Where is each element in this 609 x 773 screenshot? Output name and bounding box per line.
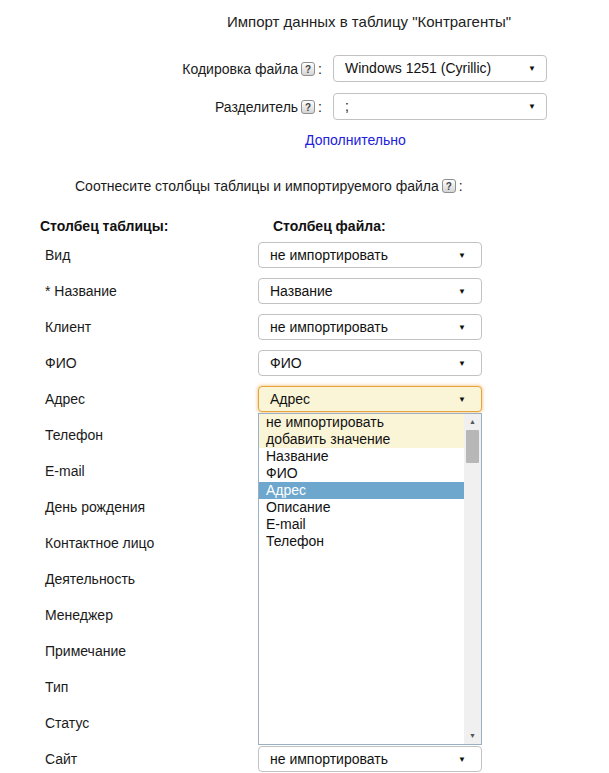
encoding-label: Кодировка файла xyxy=(182,61,298,77)
delimiter-label-row: Разделитель ? : xyxy=(215,93,322,120)
field-label: Примечание xyxy=(45,641,126,661)
field-label: Вид xyxy=(45,245,70,265)
file-column-select[interactable]: не импортировать▼ xyxy=(258,242,482,268)
dropdown-arrow-icon: ▼ xyxy=(458,756,466,764)
field-label: Статус xyxy=(45,713,89,733)
select-value: ФИО xyxy=(270,355,302,371)
dropdown-arrow-icon: ▼ xyxy=(458,396,466,404)
mapping-instruction-row: Соотнесите столбцы таблицы и импортируем… xyxy=(75,172,463,199)
select-value: не импортировать xyxy=(270,319,388,335)
dropdown-list: не импортироватьдобавить значениеНазвани… xyxy=(258,413,482,745)
file-column-select[interactable]: Название▼ xyxy=(258,278,482,304)
dropdown-arrow-icon: ▼ xyxy=(458,360,466,368)
more-options-link[interactable]: Дополнительно xyxy=(305,132,406,148)
field-label: Контактное лицо xyxy=(45,533,154,553)
scrollbar-thumb[interactable] xyxy=(466,430,479,463)
dropdown-arrow-icon: ▼ xyxy=(528,103,536,111)
page-title: Импорт данных в таблицу "Контрагенты" xyxy=(227,13,511,30)
encoding-select[interactable]: Windows 1251 (Cyrillic) ▼ xyxy=(333,55,547,82)
help-icon[interactable]: ? xyxy=(301,100,315,114)
delimiter-select[interactable]: ; ▼ xyxy=(333,93,547,120)
file-column-header: Столбец файла: xyxy=(273,218,386,234)
file-column-select[interactable]: Адрес▼ xyxy=(258,386,482,412)
dropdown-option[interactable]: Название xyxy=(259,448,464,465)
colon: : xyxy=(459,178,463,194)
help-icon[interactable]: ? xyxy=(301,62,315,76)
dropdown-option[interactable]: ФИО xyxy=(259,465,464,482)
dropdown-option[interactable]: Адрес xyxy=(259,482,464,499)
select-value: не импортировать xyxy=(270,751,388,767)
field-label: Клиент xyxy=(45,317,91,337)
dropdown-arrow-icon: ▼ xyxy=(458,252,466,260)
dropdown-option[interactable]: Описание xyxy=(259,499,464,516)
scrollbar[interactable]: ▲ ▼ xyxy=(464,414,481,744)
colon: : xyxy=(318,61,322,77)
mapping-instruction: Соотнесите столбцы таблицы и импортируем… xyxy=(75,178,439,194)
field-label: * Название xyxy=(45,281,117,301)
field-label: E-mail xyxy=(45,461,85,481)
field-label: Адрес xyxy=(45,389,85,409)
file-column-select[interactable]: не импортировать▼ xyxy=(258,314,482,340)
field-label: Сайт xyxy=(45,749,77,769)
dropdown-option[interactable]: добавить значение xyxy=(259,431,464,448)
field-label: День рождения xyxy=(45,497,145,517)
encoding-label-row: Кодировка файла ? : xyxy=(182,55,322,82)
select-value: Адрес xyxy=(270,391,310,407)
colon: : xyxy=(318,99,322,115)
delimiter-select-value: ; xyxy=(345,98,349,114)
import-dialog: Импорт данных в таблицу "Контрагенты" Ко… xyxy=(0,0,609,773)
file-column-select[interactable]: не импортировать▼ xyxy=(258,746,482,772)
table-column-header: Столбец таблицы: xyxy=(40,218,168,234)
dropdown-option[interactable]: не импортировать xyxy=(259,414,464,431)
field-label: ФИО xyxy=(45,353,77,373)
dropdown-options: не импортироватьдобавить значениеНазвани… xyxy=(259,414,464,550)
help-icon[interactable]: ? xyxy=(442,179,456,193)
select-value: Название xyxy=(270,283,333,299)
field-label: Менеджер xyxy=(45,605,113,625)
encoding-select-value: Windows 1251 (Cyrillic) xyxy=(345,60,491,76)
field-label: Телефон xyxy=(45,425,103,445)
scrollbar-up-icon[interactable]: ▲ xyxy=(464,414,481,430)
dropdown-option[interactable]: E-mail xyxy=(259,516,464,533)
select-value: не импортировать xyxy=(270,247,388,263)
dropdown-arrow-icon: ▼ xyxy=(458,324,466,332)
dropdown-option[interactable]: Телефон xyxy=(259,533,464,550)
delimiter-label: Разделитель xyxy=(215,99,298,115)
dropdown-arrow-icon: ▼ xyxy=(458,288,466,296)
field-label: Деятельность xyxy=(45,569,135,589)
file-column-select[interactable]: ФИО▼ xyxy=(258,350,482,376)
field-label: Тип xyxy=(45,677,68,697)
dropdown-arrow-icon: ▼ xyxy=(528,65,536,73)
scrollbar-down-icon[interactable]: ▼ xyxy=(464,728,481,744)
